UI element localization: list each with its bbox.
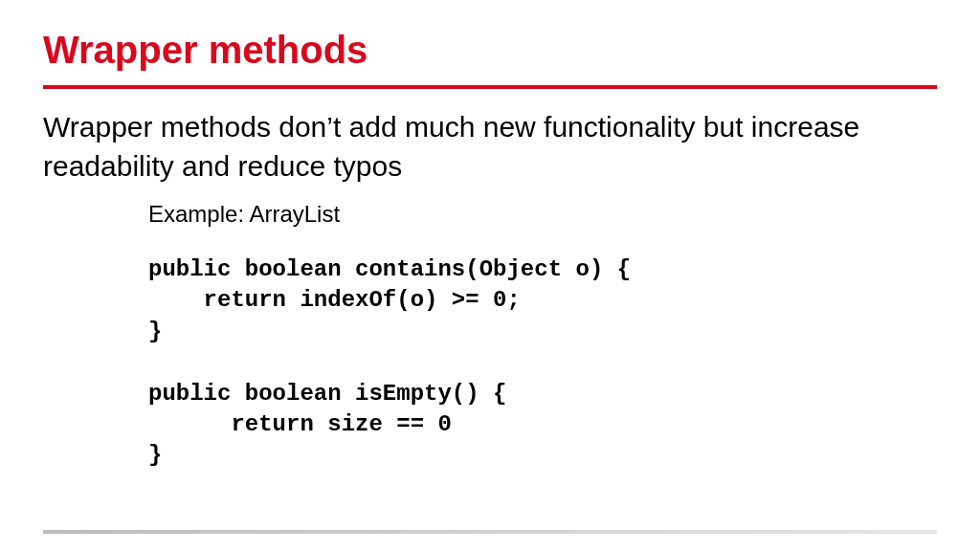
code-block: public boolean contains(Object o) { retu… [148, 254, 937, 472]
body-text: Wrapper methods don’t add much new funct… [43, 108, 937, 186]
title-divider [43, 85, 937, 89]
example-label: Example: ArrayList [148, 201, 937, 228]
bottom-divider [43, 530, 937, 534]
slide-title: Wrapper methods [43, 29, 937, 72]
